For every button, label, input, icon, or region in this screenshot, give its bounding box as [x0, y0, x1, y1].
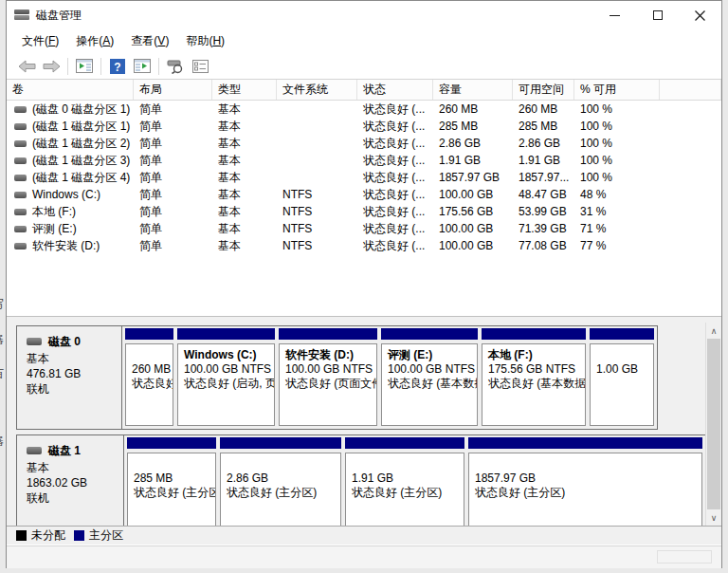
graphical-view: 磁盘 0 基本 476.81 GB 联机 260 MB状态良好 Windows …: [7, 323, 721, 526]
partition-status: 状态良好 (基本数据分区): [488, 377, 582, 391]
volume-name-cell: 本地 (F:): [7, 203, 134, 220]
column-header-layout[interactable]: 布局: [134, 80, 212, 100]
volume-row[interactable]: 评测 (E:) 简单 基本 NTFS 状态良好 (... 100.00 GB 7…: [7, 220, 721, 237]
column-header-volume[interactable]: 卷: [7, 80, 134, 100]
volume-icon: [14, 123, 27, 130]
volume-name-cell: 软件安装 (D:): [7, 237, 134, 254]
background-glyph: 器: [0, 332, 4, 348]
toolbar-button-show-action-pane[interactable]: [130, 56, 155, 77]
partition[interactable]: 260 MB状态良好: [125, 328, 173, 426]
menu-action[interactable]: 操作(A): [67, 30, 122, 52]
scroll-up-arrow-icon[interactable]: ∧: [706, 323, 721, 339]
scrollbar-thumb[interactable]: [707, 339, 720, 509]
disk-status: 联机: [27, 381, 121, 397]
minimize-button[interactable]: [593, 1, 636, 29]
volume-icon: [14, 140, 27, 147]
volume-row[interactable]: (磁盘 1 磁盘分区 2) 简单 基本 状态良好 (... 2.86 GB 2.…: [7, 135, 721, 152]
disk-type: 基本: [27, 351, 121, 366]
volume-name: Windows (C:): [32, 186, 100, 203]
disk-size: 476.81 GB: [27, 366, 121, 381]
vertical-scrollbar[interactable]: ∧ ∨: [705, 323, 721, 526]
back-icon: [18, 60, 36, 73]
menu-file[interactable]: 文件(F): [13, 30, 67, 52]
toolbar-separator: [67, 58, 68, 75]
volume-row[interactable]: 本地 (F:) 简单 基本 NTFS 状态良好 (... 175.56 GB 5…: [7, 203, 721, 220]
menu-view[interactable]: 查看(V): [122, 30, 177, 52]
pane-splitter[interactable]: [7, 316, 721, 323]
filesystem-cell: NTFS: [277, 203, 357, 220]
partition-status: 状态良好 (主分区): [352, 486, 461, 500]
capacity-cell: 1.91 GB: [433, 152, 513, 169]
percent-free-cell: 100 %: [574, 169, 660, 186]
volume-row[interactable]: (磁盘 1 磁盘分区 4) 简单 基本 状态良好 (... 1857.97 GB…: [7, 169, 721, 186]
partition-size: 100.00 GB NTFS: [285, 362, 373, 377]
menu-label: 文件(: [22, 34, 48, 47]
properties-list-icon: [192, 60, 209, 73]
percent-free-cell: 31 %: [574, 203, 660, 220]
toolbar-button-help[interactable]: ?: [105, 56, 130, 77]
capacity-cell: 285 MB: [433, 118, 513, 135]
partition[interactable]: 285 MB状态良好 (主分区): [127, 437, 216, 526]
partition-color-band: [468, 437, 702, 449]
partition[interactable]: Windows (C:)100.00 GB NTFS状态良好 (启动, 页面文件…: [177, 328, 275, 426]
disk0-info-panel[interactable]: 磁盘 0 基本 476.81 GB 联机: [17, 326, 122, 429]
column-header-type[interactable]: 类型: [212, 80, 277, 100]
volume-name: (磁盘 1 磁盘分区 3): [32, 152, 130, 169]
partition[interactable]: 评测 (E:)100.00 GB NTFS状态良好 (基本数据分区): [381, 328, 478, 426]
partition[interactable]: 本地 (F:)175.56 GB NTFS状态良好 (基本数据分区): [482, 328, 586, 426]
column-header-capacity[interactable]: 容量: [433, 80, 513, 100]
menu-label: 操作(: [76, 34, 102, 47]
partition[interactable]: 1.00 GB: [590, 328, 654, 426]
toolbar-button-show-console-tree[interactable]: [72, 56, 97, 77]
scroll-down-arrow-icon[interactable]: ∨: [706, 509, 721, 526]
partition-status: 状态良好: [132, 377, 170, 391]
volume-row[interactable]: 软件安装 (D:) 简单 基本 NTFS 状态良好 (... 100.00 GB…: [7, 237, 721, 254]
type-cell: 基本: [212, 118, 277, 135]
column-header-status[interactable]: 状态: [357, 80, 433, 100]
partition[interactable]: 2.86 GB状态良好 (主分区): [220, 437, 341, 526]
volume-name-cell: (磁盘 0 磁盘分区 1): [7, 101, 134, 118]
volume-row[interactable]: Windows (C:) 简单 基本 NTFS 状态良好 (... 100.00…: [7, 186, 721, 203]
toolbar-button-forward[interactable]: [39, 56, 64, 77]
toolbar-button-back[interactable]: [14, 56, 39, 77]
rescan-disks-icon: [167, 59, 184, 74]
menu-label: 查看(: [131, 34, 157, 47]
volume-name: (磁盘 1 磁盘分区 4): [32, 169, 130, 186]
percent-free-cell: 71 %: [574, 220, 660, 237]
disk1-info-panel[interactable]: 磁盘 1 基本 1863.02 GB 联机: [17, 435, 124, 526]
partition[interactable]: 1.91 GB状态良好 (主分区): [345, 437, 464, 526]
volume-icon: [14, 157, 27, 164]
free-space-cell: 260 MB: [513, 101, 574, 118]
partition[interactable]: 1857.97 GB状态良好 (主分区): [468, 437, 702, 526]
type-cell: 基本: [212, 186, 277, 203]
percent-free-cell: 100 %: [574, 152, 660, 169]
percent-free-cell: 48 %: [574, 186, 660, 203]
maximize-button[interactable]: [636, 1, 679, 29]
status-cell: 状态良好 (...: [357, 237, 433, 254]
capacity-cell: 175.56 GB: [433, 203, 513, 220]
column-header-percent-free[interactable]: % 可用: [574, 80, 660, 100]
volume-name: 评测 (E:): [32, 220, 77, 237]
filesystem-cell: [277, 152, 357, 169]
menu-label: ): [55, 34, 59, 47]
partition-color-band: [345, 437, 464, 449]
percent-free-cell: 100 %: [574, 118, 660, 135]
toolbar-button-properties-list[interactable]: [188, 56, 212, 77]
free-space-cell: 1.91 GB: [513, 152, 574, 169]
column-header-filesystem[interactable]: 文件系统: [277, 80, 357, 100]
partition-size: 100.00 GB NTFS: [388, 362, 474, 377]
volume-icon: [14, 209, 27, 215]
free-space-cell: 1857.97...: [513, 169, 574, 186]
column-header-free-space[interactable]: 可用空间: [513, 80, 574, 100]
status-cell: 状态良好 (...: [357, 118, 433, 135]
legend-label: 主分区: [89, 527, 123, 544]
menu-help[interactable]: 帮助(H): [177, 30, 233, 52]
partition-title: [352, 457, 461, 471]
close-button[interactable]: [679, 1, 721, 29]
toolbar-button-rescan-disks[interactable]: [163, 56, 188, 77]
partition[interactable]: 软件安装 (D:)100.00 GB NTFS状态良好 (页面文件, 主分区): [279, 328, 377, 426]
volume-row[interactable]: (磁盘 1 磁盘分区 3) 简单 基本 状态良好 (... 1.91 GB 1.…: [7, 152, 721, 169]
partition-size: 260 MB: [132, 362, 170, 377]
volume-row[interactable]: (磁盘 0 磁盘分区 1) 简单 基本 状态良好 (... 260 MB 260…: [7, 101, 721, 118]
volume-row[interactable]: (磁盘 1 磁盘分区 1) 简单 基本 状态良好 (... 285 MB 285…: [7, 118, 721, 135]
